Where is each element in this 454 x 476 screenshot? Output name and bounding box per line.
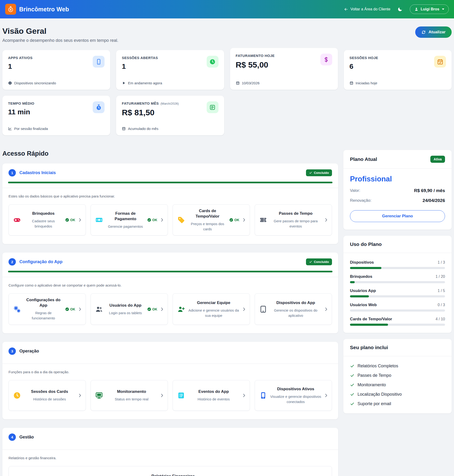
usage-progress-track [350, 281, 445, 283]
quick-access-card[interactable]: Sessões dos Cards Histórico de sessões O… [8, 380, 86, 411]
plan-price-label: Valor: [350, 188, 360, 193]
ok-status-badge: OK [65, 218, 75, 222]
stat-card: SESSÕES HOJE 6 Iniciadas hoje [344, 50, 452, 90]
plan-feature-item: Relatórios Completos [350, 364, 445, 368]
tag-icon [177, 216, 186, 224]
ticket-icon [259, 216, 268, 224]
quick-access-section-2: 2 Configuração do App Concluído Configur… [2, 253, 338, 333]
check-circle-icon [65, 218, 69, 222]
quick-access-card[interactable]: Formas de Pagamento Gerencie pagamentos … [91, 204, 168, 235]
plan-sidebar: Plano Atual Ativa Profissional Valor: R$… [343, 150, 452, 419]
usage-progress-fill [350, 281, 355, 283]
user-plus-icon [177, 305, 186, 313]
stat-footer-text: Acumulado do mês [128, 127, 158, 131]
user-name: Luigi Bros [421, 7, 439, 11]
usage-label: Cards de Tempo/Valor [350, 317, 392, 322]
ok-status-badge: OK [147, 218, 157, 222]
check-circle-icon [147, 218, 151, 222]
section-number-badge: 1 [8, 169, 16, 176]
quick-access-card[interactable]: $ Relatórios Financeiros Extraia relatór… [8, 466, 332, 476]
quick-access-card[interactable]: Dispositivos do App Gerencie os disposit… [255, 293, 332, 325]
quick-access-card[interactable]: Configurações do App Regras de funcionam… [8, 293, 86, 325]
plan-includes-panel: Seu plano inclui Relatórios Completos Pa… [343, 339, 452, 413]
quick-access-card[interactable]: Cards de Tempo/Valor Preços e tempos dos… [173, 204, 250, 235]
usage-progress-fill [350, 295, 369, 297]
section-progress-bar [8, 271, 333, 272]
section-description: Funções para o dia a dia da operação. [8, 370, 332, 374]
check-icon [350, 364, 355, 368]
quick-access-card[interactable]: Eventos do App Histórico de eventos OK [173, 380, 250, 411]
stat-card: SESSÕES ABERTAS 1 Em andamento agora [116, 50, 224, 90]
stat-value: R$ 55,00 [236, 60, 275, 69]
section-title: Configuração do App [19, 259, 62, 264]
top-bar: B Brincômetro Web Voltar a Área do Clien… [0, 0, 454, 18]
usage-count: 0 / 3 [438, 303, 445, 307]
calendar-icon [236, 81, 240, 85]
chevron-down-icon [442, 8, 444, 10]
card-title: Formas de Pagamento [106, 211, 145, 222]
clock-yellow-icon [13, 391, 22, 399]
current-plan-panel: Plano Atual Ativa Profissional Valor: R$… [343, 150, 452, 230]
ok-status-badge: OK [229, 218, 239, 222]
bar-chart-icon [207, 101, 219, 113]
quick-access-card[interactable]: Dispositivos Ativos Visualize e gerencie… [255, 380, 332, 411]
refresh-icon [421, 30, 426, 35]
usage-progress-track [350, 309, 445, 312]
card-subtitle: Preços e tempos dos cards [188, 221, 227, 232]
plan-renewal-value: 24/04/2026 [423, 198, 445, 203]
plan-name: Profissional [350, 175, 445, 183]
quick-access-card[interactable]: Gerenciar Equipe Adicione e gerencie usu… [173, 293, 250, 325]
quick-access-section-3: 3 Operação Funções para o dia a dia da o… [2, 342, 338, 419]
card-title: Gerenciar Equipe [188, 300, 239, 306]
plan-usage-heading: Uso do Plano [350, 242, 382, 247]
quick-access-card[interactable]: Monitoramento Status em tempo real OK [91, 380, 168, 411]
card-title: Configurações do App [24, 297, 63, 308]
check-icon [309, 171, 312, 174]
quick-access-card[interactable]: Passes de Tempo Gere passes de tempo par… [255, 204, 332, 235]
section-number-badge: 4 [8, 433, 16, 441]
stat-label: FATURAMENTO MÊS (March/2026) [122, 101, 179, 105]
check-icon [350, 402, 355, 406]
usage-progress-track [350, 295, 445, 297]
back-to-client-area-link[interactable]: Voltar a Área do Cliente [344, 7, 390, 12]
page-title: Visão Geral [2, 26, 118, 36]
chevron-right-icon [242, 218, 246, 222]
gears-icon [13, 305, 22, 313]
stat-label: APPS ATIVOS [8, 56, 33, 60]
chevron-right-icon [242, 307, 246, 312]
chevron-right-icon [77, 307, 82, 312]
quick-access-card[interactable]: Usuários do App Login para os tablets OK [91, 293, 168, 325]
stat-value: 1 [122, 62, 158, 70]
svg-text:B: B [10, 8, 12, 11]
refresh-button[interactable]: Atualizar [415, 26, 452, 38]
usage-progress-fill [350, 324, 388, 326]
page-subtitle: Acompanhe o desempenho dos seus eventos … [2, 38, 118, 43]
current-plan-heading: Plano Atual [350, 156, 377, 162]
ok-status-badge: OK [65, 307, 75, 311]
stat-value: R$ 81,50 [122, 108, 179, 117]
stat-footer-text: Por sessão finalizada [14, 127, 48, 131]
stat-card: APPS ATIVOS 1 Dispositivos sincronizando [2, 50, 110, 90]
quick-access-card[interactable]: Brinquedos Cadastre seus brinquedos OK [8, 204, 86, 235]
manage-plan-button[interactable]: Gerenciar Plano [350, 210, 445, 222]
chevron-right-icon [324, 218, 328, 222]
usage-progress-fill [350, 267, 381, 269]
check-circle-icon [229, 218, 233, 222]
stats-row-secondary: TEMPO MÉDIO 11 min Por sessão finalizada… [2, 96, 452, 135]
card-subtitle: Adicione e gerencie usuários da sua equi… [188, 308, 239, 318]
card-subtitle: Histórico de eventos [188, 397, 239, 402]
plan-includes-heading: Seu plano inclui [350, 345, 388, 350]
stat-label-suffix: (March/2026) [159, 102, 179, 105]
chevron-right-icon [77, 218, 82, 222]
user-menu[interactable]: Luigi Bros [410, 5, 449, 14]
dark-mode-toggle[interactable] [397, 6, 404, 13]
stat-value: 1 [8, 62, 33, 70]
card-title: Relatórios Financeiros [28, 474, 318, 476]
stat-footer-text: Iniciadas hoje [356, 81, 377, 85]
plan-price-value: R$ 69,90 / mês [414, 188, 445, 193]
section-description: Relatórios e gestão financeira. [8, 456, 332, 460]
card-subtitle: Gere passes de tempo para eventos [270, 219, 321, 229]
clock-green-icon [207, 56, 219, 67]
user-icon [414, 7, 418, 11]
card-title: Usuários do App [106, 303, 145, 308]
